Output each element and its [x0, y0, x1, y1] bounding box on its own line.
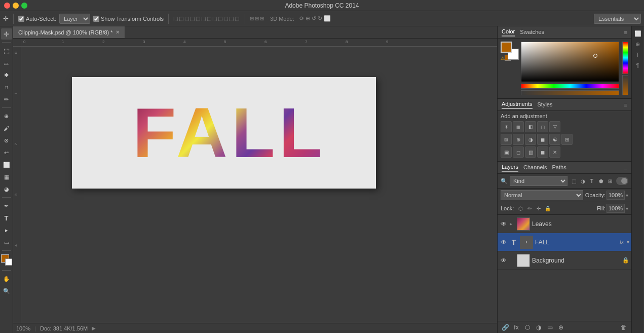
opacity-input[interactable]: [607, 191, 625, 200]
adj-vibrance-btn[interactable]: ▽: [549, 121, 560, 132]
layer-row-background[interactable]: 👁 Background 🔒: [498, 251, 631, 270]
quick-select-tool[interactable]: ✱: [1, 69, 12, 81]
layer-row-fall[interactable]: 👁 T T FALL fx ▾: [498, 233, 631, 251]
status-arrow[interactable]: ▶: [92, 325, 96, 331]
eraser-tool[interactable]: ⬜: [1, 159, 12, 170]
adj-invert-btn[interactable]: ▣: [501, 146, 512, 158]
doc-tab-close[interactable]: ✕: [116, 29, 120, 35]
filter-adj-icon[interactable]: ◑: [579, 177, 587, 185]
new-adj-layer-btn[interactable]: ◑: [534, 323, 543, 332]
pen-tool[interactable]: ✒: [1, 200, 12, 211]
fill-input[interactable]: [607, 204, 625, 213]
adj-panel-options[interactable]: ≡: [624, 102, 627, 108]
crop-tool[interactable]: ⌗: [1, 82, 12, 93]
layers-filter-toggle[interactable]: [616, 177, 628, 185]
strip-icon-4[interactable]: ¶: [633, 60, 643, 70]
adj-curves-btn[interactable]: ◧: [525, 121, 536, 132]
strip-icon-1[interactable]: ⬜: [633, 28, 643, 39]
zoom-tool[interactable]: 🔍: [1, 285, 12, 297]
hue-slider[interactable]: [521, 84, 619, 89]
history-brush-tool[interactable]: ↩: [1, 147, 12, 158]
type-tool[interactable]: T: [1, 212, 12, 224]
adj-gradient-map-btn[interactable]: ◼: [537, 146, 548, 158]
lock-position-icon[interactable]: ✛: [535, 205, 542, 212]
layer-row-leaves[interactable]: 👁 ▸ Leaves: [498, 215, 631, 233]
adj-selective-btn[interactable]: ✕: [549, 146, 560, 158]
opacity-stepper[interactable]: ▾: [626, 193, 628, 198]
layer-fx-arrow[interactable]: ▾: [627, 239, 629, 245]
hand-tool[interactable]: ✋: [1, 273, 12, 284]
adj-hsl-btn[interactable]: ▨: [501, 134, 512, 145]
layer-vis-bg[interactable]: 👁: [500, 256, 508, 265]
tab-paths[interactable]: Paths: [552, 164, 566, 171]
tab-adjustments[interactable]: Adjustments: [502, 101, 533, 109]
canvas-viewport[interactable]: FALL: [21, 47, 497, 323]
tab-swatches[interactable]: Swatches: [520, 29, 544, 36]
color-foreground-swatch[interactable]: [501, 42, 512, 53]
adj-bw-btn[interactable]: ◑: [525, 134, 536, 145]
layer-vis-leaves[interactable]: 👁: [500, 220, 508, 228]
alpha-slider[interactable]: [521, 90, 619, 95]
color-opacity-bar[interactable]: [622, 75, 628, 95]
document-tab[interactable]: Clipping-Mask.psd @ 100% (RGB/8) * ✕: [13, 26, 125, 38]
lasso-tool[interactable]: ⌓: [1, 57, 12, 68]
window-controls[interactable]: [4, 3, 27, 9]
dodge-tool[interactable]: ◕: [1, 183, 12, 195]
tab-channels[interactable]: Channels: [523, 164, 547, 171]
minimize-button[interactable]: [13, 3, 19, 9]
color-panel-options[interactable]: ≡: [624, 29, 627, 35]
adj-exposure-btn[interactable]: ◻: [537, 121, 548, 132]
link-layers-btn[interactable]: 🔗: [501, 323, 510, 332]
background-color[interactable]: [5, 258, 12, 266]
layers-panel-options[interactable]: ≡: [624, 165, 627, 171]
adj-levels-btn[interactable]: ▦: [513, 121, 524, 132]
new-group-btn[interactable]: ▭: [545, 323, 554, 332]
layer-mask-btn[interactable]: ⬡: [523, 323, 532, 332]
color-hue-bar[interactable]: [622, 42, 628, 74]
fill-stepper[interactable]: ▾: [626, 206, 628, 211]
filter-shape-icon[interactable]: ⬟: [597, 177, 605, 185]
heal-tool[interactable]: ⊕: [1, 110, 12, 122]
new-layer-btn[interactable]: ⊕: [556, 323, 565, 332]
maximize-button[interactable]: [21, 3, 27, 9]
layer-style-btn[interactable]: fx: [512, 323, 521, 332]
tab-color[interactable]: Color: [502, 28, 515, 36]
layer-vis-fall[interactable]: 👁: [500, 238, 508, 246]
strip-icon-2[interactable]: ⊕: [633, 39, 643, 49]
layers-kind-select[interactable]: Kind Name Effect: [510, 176, 567, 186]
path-select-tool[interactable]: ▸: [1, 225, 12, 236]
filter-pixel-icon[interactable]: ⬚: [570, 177, 578, 185]
color-gradient-picker[interactable]: [521, 42, 619, 82]
strip-icon-3[interactable]: T: [633, 50, 643, 60]
tab-layers[interactable]: Layers: [502, 164, 518, 172]
marquee-rect-tool[interactable]: ⬚: [1, 45, 12, 56]
filter-type-icon[interactable]: T: [588, 177, 596, 185]
lock-all-icon[interactable]: 🔒: [544, 205, 551, 212]
eyedropper-tool[interactable]: ✏: [1, 94, 12, 105]
tab-styles[interactable]: Styles: [538, 101, 553, 108]
adj-posterize-btn[interactable]: ◻: [513, 146, 524, 158]
lock-transparent-icon[interactable]: ⬡: [517, 205, 524, 212]
shape-tool[interactable]: ▭: [1, 237, 12, 248]
adj-colorlookup-btn[interactable]: ⊞: [561, 134, 573, 145]
adj-photofilter-btn[interactable]: ◼: [537, 134, 548, 145]
brush-tool[interactable]: 🖌: [1, 123, 12, 134]
workspace-select[interactable]: Essentials Photography: [594, 14, 641, 24]
adj-threshold-btn[interactable]: ▨: [525, 146, 536, 158]
delete-layer-btn[interactable]: 🗑: [619, 323, 628, 332]
3d-mode-label: 3D Mode:: [270, 16, 294, 22]
clone-stamp-tool[interactable]: ⊗: [1, 135, 12, 146]
gradient-tool[interactable]: ▦: [1, 171, 12, 182]
adj-colorbalance-btn[interactable]: ⊕: [513, 134, 524, 145]
auto-select-checkbox[interactable]: [18, 16, 24, 22]
blend-mode-select[interactable]: Normal Multiply Screen Overlay: [501, 190, 583, 200]
adj-mixer-btn[interactable]: ☯: [549, 134, 560, 145]
show-transform-checkbox[interactable]: [93, 16, 99, 22]
layer-select[interactable]: Layer Group: [59, 14, 90, 24]
lock-pixels-icon[interactable]: ✏: [526, 205, 533, 212]
move-tool[interactable]: ✛: [1, 28, 12, 40]
move-tool-btn[interactable]: ✛: [3, 15, 9, 22]
close-button[interactable]: [4, 3, 10, 9]
adj-brightness-btn[interactable]: ☀: [501, 121, 512, 132]
filter-smart-icon[interactable]: ⊞: [606, 177, 614, 185]
